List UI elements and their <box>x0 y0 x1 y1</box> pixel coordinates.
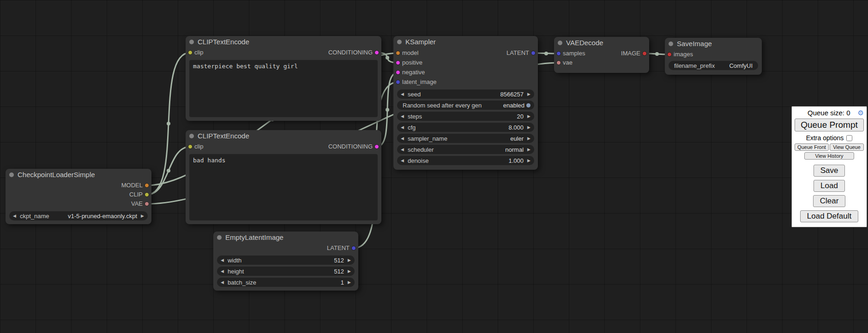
increment-icon[interactable]: ▶ <box>527 114 530 119</box>
widget-height[interactable]: ◀ height 512 ▶ <box>217 267 355 276</box>
decrement-icon[interactable]: ◀ <box>401 114 404 119</box>
queue-front-button[interactable]: Queue Front <box>795 143 829 151</box>
increment-icon[interactable]: ▶ <box>527 125 530 130</box>
input-port-clip-icon[interactable] <box>188 144 193 149</box>
node-clip-text-encode-positive[interactable]: CLIPTextEncode clip CONDITIONING masterp… <box>186 36 381 121</box>
output-port-vae-icon[interactable] <box>145 202 149 206</box>
input-port-negative-icon[interactable] <box>396 70 400 75</box>
prompt-textarea[interactable]: masterpiece best quality girl <box>189 60 378 117</box>
node-title-bar[interactable]: VAEDecode <box>554 37 649 49</box>
widget-steps[interactable]: ◀ steps 20 ▶ <box>397 112 534 121</box>
node-collapse-dot-icon[interactable] <box>9 172 14 177</box>
node-collapse-dot-icon[interactable] <box>217 235 222 240</box>
widget-random-seed-toggle[interactable]: Random seed after every gen enabled <box>397 101 534 110</box>
widget-value: enabled <box>503 102 524 109</box>
settings-gear-icon[interactable]: ⚙ <box>858 109 864 116</box>
clear-button[interactable]: Clear <box>813 195 846 207</box>
widget-denoise[interactable]: ◀ denoise 1.000 ▶ <box>397 156 534 165</box>
input-port-vae-icon[interactable] <box>556 60 561 65</box>
output-port-clip-icon[interactable] <box>145 192 149 197</box>
widget-width[interactable]: ◀ width 512 ▶ <box>217 256 355 265</box>
node-title-bar[interactable]: SaveImage <box>665 38 762 50</box>
output-port-latent-icon[interactable] <box>351 246 356 250</box>
node-collapse-dot-icon[interactable] <box>558 41 562 45</box>
widget-scheduler[interactable]: ◀ scheduler normal ▶ <box>397 145 534 154</box>
increment-icon[interactable]: ▶ <box>527 137 530 141</box>
node-clip-text-encode-negative[interactable]: CLIPTextEncode clip CONDITIONING bad han… <box>186 130 381 224</box>
widget-batch-size[interactable]: ◀ batch_size 1 ▶ <box>217 278 355 287</box>
node-title-bar[interactable]: CLIPTextEncode <box>186 36 381 48</box>
widget-value: 8566257 <box>500 91 524 98</box>
node-collapse-dot-icon[interactable] <box>189 134 194 138</box>
input-port-images-icon[interactable] <box>667 52 672 57</box>
widget-cfg[interactable]: ◀ cfg 8.000 ▶ <box>397 123 534 132</box>
increment-icon[interactable]: ▶ <box>348 258 351 262</box>
increment-icon[interactable]: ▶ <box>527 148 530 152</box>
node-title-bar[interactable]: CheckpointLoaderSimple <box>6 169 151 181</box>
input-port-model-icon[interactable] <box>396 51 400 55</box>
node-title: CLIPTextEncode <box>198 132 249 140</box>
toggle-enabled-icon[interactable] <box>526 103 530 107</box>
view-queue-button[interactable]: View Queue <box>830 143 864 151</box>
view-history-button[interactable]: View History <box>804 152 854 160</box>
port-row: VAE <box>6 199 151 208</box>
save-button[interactable]: Save <box>814 165 845 177</box>
queue-prompt-button[interactable]: Queue Prompt <box>795 119 864 131</box>
decrement-icon[interactable]: ◀ <box>221 258 224 262</box>
output-port-conditioning-icon[interactable] <box>374 144 379 149</box>
output-port-latent-icon[interactable] <box>531 51 536 55</box>
prompt-textarea[interactable]: bad hands <box>189 154 378 220</box>
input-port-latent-image-icon[interactable] <box>396 80 400 84</box>
load-default-button[interactable]: Load Default <box>800 210 858 222</box>
decrement-icon[interactable]: ◀ <box>221 280 224 285</box>
decrement-icon[interactable]: ◀ <box>401 148 404 152</box>
port-row: CLIP <box>6 190 151 199</box>
increment-icon[interactable]: ▶ <box>348 280 351 285</box>
widget-seed[interactable]: ◀ seed 8566257 ▶ <box>397 89 534 99</box>
widget-label: scheduler <box>408 146 434 153</box>
widget-value: 1.000 <box>509 157 524 164</box>
decrement-icon[interactable]: ◀ <box>401 125 404 130</box>
increment-icon[interactable]: ▶ <box>348 269 351 274</box>
widget-label: steps <box>408 113 422 120</box>
extra-options-checkbox[interactable] <box>846 135 852 141</box>
node-graph-canvas[interactable]: CheckpointLoaderSimple MODEL CLIP VAE ◀ … <box>0 0 868 333</box>
port-row: vae <box>554 58 649 67</box>
load-button[interactable]: Load <box>814 180 845 192</box>
decrement-icon[interactable]: ◀ <box>221 269 224 274</box>
input-label: clip <box>194 48 204 57</box>
widget-value: euler <box>510 135 524 142</box>
node-title-bar[interactable]: CLIPTextEncode <box>186 130 381 142</box>
node-empty-latent-image[interactable]: EmptyLatentImage LATENT ◀ width 512 ▶ ◀ … <box>213 232 358 291</box>
node-collapse-dot-icon[interactable] <box>397 40 402 44</box>
widget-value: normal <box>505 146 524 153</box>
output-port-conditioning-icon[interactable] <box>374 50 379 55</box>
node-title-bar[interactable]: EmptyLatentImage <box>213 232 358 244</box>
output-port-model-icon[interactable] <box>145 183 149 188</box>
decrement-icon[interactable]: ◀ <box>401 137 404 141</box>
node-title-bar[interactable]: KSampler <box>393 36 538 48</box>
decrement-icon[interactable]: ◀ <box>401 92 404 96</box>
input-port-positive-icon[interactable] <box>396 60 400 65</box>
node-collapse-dot-icon[interactable] <box>189 40 194 44</box>
increment-icon[interactable]: ▶ <box>141 214 144 218</box>
node-ksampler[interactable]: KSampler model LATENT positive negative … <box>393 36 538 170</box>
link-midpoint-dot <box>386 56 389 59</box>
input-port-samples-icon[interactable] <box>556 51 561 56</box>
input-port-clip-icon[interactable] <box>188 50 193 55</box>
widget-sampler-name[interactable]: ◀ sampler_name euler ▶ <box>397 134 534 143</box>
comfy-menu-panel: Queue size: 0 ⚙ Queue Prompt Extra optio… <box>791 106 867 227</box>
output-label: CONDITIONING <box>328 48 373 57</box>
increment-icon[interactable]: ▶ <box>527 92 530 96</box>
widget-ckpt-name[interactable]: ◀ ckpt_name v1-5-pruned-emaonly.ckpt ▶ <box>9 211 148 220</box>
node-checkpoint-loader-simple[interactable]: CheckpointLoaderSimple MODEL CLIP VAE ◀ … <box>6 169 151 224</box>
decrement-icon[interactable]: ◀ <box>13 214 16 218</box>
node-collapse-dot-icon[interactable] <box>669 42 673 46</box>
port-row: model LATENT <box>393 48 538 58</box>
increment-icon[interactable]: ▶ <box>527 159 530 163</box>
decrement-icon[interactable]: ◀ <box>401 159 404 163</box>
node-save-image[interactable]: SaveImage images filename_prefix ComfyUI <box>665 38 762 75</box>
widget-filename-prefix[interactable]: filename_prefix ComfyUI <box>669 61 758 70</box>
output-port-image-icon[interactable] <box>642 51 647 56</box>
node-vae-decode[interactable]: VAEDecode samples IMAGE vae <box>554 37 649 73</box>
